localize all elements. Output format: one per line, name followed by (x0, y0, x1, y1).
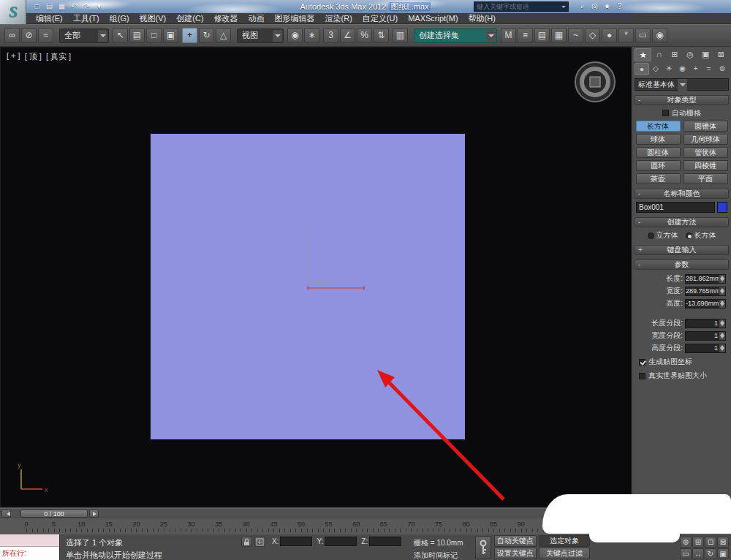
tab-motion[interactable]: ◎ (683, 48, 698, 61)
track-bar[interactable]: 0510152025303540455055606570758085909510… (0, 518, 632, 534)
search-icon[interactable]: ⌕ (577, 1, 588, 12)
spinner-arrows-icon[interactable] (719, 319, 725, 328)
viewcube[interactable] (574, 61, 616, 103)
menu-item-3[interactable]: 视图(V) (135, 13, 172, 24)
time-slider[interactable]: 0 / 100 (0, 508, 632, 518)
key-filters-button[interactable]: 关键点过滤器... (539, 548, 590, 559)
object-type-button-2[interactable]: 球体 (636, 134, 681, 145)
spinner-arrows-icon[interactable] (719, 332, 725, 340)
creation-method-cube-radio[interactable]: 立方体 (648, 230, 678, 241)
menu-item-11[interactable]: 帮助(H) (463, 13, 501, 24)
menu-item-9[interactable]: 自定义(U) (357, 13, 403, 24)
select-and-move-icon[interactable]: + (182, 28, 197, 43)
tab-display[interactable]: ▣ (698, 48, 713, 61)
unlink-selection-icon[interactable]: ⊘ (21, 28, 37, 43)
param-field-2[interactable]: -13.698mm (685, 299, 726, 309)
graphite-ribbon-icon[interactable]: ▦ (551, 28, 567, 43)
set-keys-button[interactable] (475, 536, 491, 559)
select-by-name-icon[interactable]: ▤ (129, 28, 145, 43)
set-key-mode-button[interactable]: 设置关键点 (494, 548, 537, 559)
category-cameras[interactable]: ◉ (675, 63, 689, 75)
search-dropdown-arrow-icon[interactable] (559, 2, 568, 12)
reference-coordinate-system-dropdown[interactable]: 视图 (237, 29, 284, 43)
tab-hierarchy[interactable]: ⊞ (667, 48, 682, 61)
menu-item-5[interactable]: 修改器 (209, 13, 243, 24)
select-object-icon[interactable]: ↖ (113, 28, 128, 43)
percent-snap-icon[interactable]: % (357, 28, 372, 43)
spinner-arrows-icon[interactable] (719, 287, 725, 295)
category-geometry[interactable]: ● (635, 63, 649, 75)
param-field-5[interactable]: 1 (685, 344, 726, 353)
project-folder-icon[interactable]: ▾ (94, 1, 105, 12)
zoom-region-icon[interactable]: ▭ (680, 548, 692, 559)
menu-item-10[interactable]: MAXScript(M) (403, 13, 463, 24)
object-name-input[interactable] (636, 202, 715, 213)
angle-snap-icon[interactable]: ∠ (340, 28, 355, 43)
menu-item-7[interactable]: 图形编辑器 (270, 13, 320, 24)
use-pivot-center-icon[interactable]: ◉ (287, 28, 303, 43)
orbit-icon[interactable]: ↻ (705, 548, 716, 559)
curve-editor-icon[interactable]: ~ (568, 28, 583, 43)
spinner-arrows-icon[interactable] (719, 300, 725, 308)
selection-lock-icon[interactable] (241, 537, 252, 547)
select-and-scale-icon[interactable]: △ (216, 28, 231, 43)
menu-item-0[interactable]: 编辑(E) (31, 13, 68, 24)
select-and-link-icon[interactable]: ∞ (4, 28, 20, 43)
param-field-3[interactable]: 1 (685, 319, 726, 328)
object-type-button-8[interactable]: 茶壶 (636, 173, 681, 184)
viewport-general-menu[interactable]: [ + ] (7, 51, 20, 62)
spinner-snap-icon[interactable]: ⇅ (374, 28, 389, 43)
snap-toggle-3d-icon[interactable]: 3 (323, 28, 338, 43)
param-field-0[interactable]: 281.862mm (685, 274, 726, 284)
rollout-creation-method[interactable]: - 创建方法 (635, 217, 729, 227)
viewport-top[interactable]: [ + ] [ 顶 ] [ 真实 ] y x x y (0, 47, 632, 507)
object-type-button-4[interactable]: 圆柱体 (636, 147, 681, 158)
favorites-icon[interactable]: ★ (602, 1, 613, 12)
zoom-extents-icon[interactable]: ⊡ (705, 537, 716, 548)
rollout-keyboard-entry[interactable]: + 键盘输入 (635, 245, 729, 255)
material-editor-icon[interactable]: ● (602, 28, 617, 43)
zoom-extents-all-icon[interactable]: ⊠ (717, 537, 729, 548)
add-time-tag[interactable]: 添加时间标记 (414, 550, 458, 560)
category-space-warps[interactable]: ≈ (702, 63, 716, 75)
macro-recorder-pane[interactable] (0, 534, 59, 547)
x-coordinate-field[interactable] (280, 537, 312, 546)
maximize-viewport-toggle-icon[interactable]: ▣ (717, 548, 729, 559)
render-setup-icon[interactable]: * (618, 28, 634, 43)
rollout-name-color[interactable]: - 名称和颜色 (635, 189, 729, 199)
selection-filter-dropdown[interactable]: 全部 (59, 29, 109, 43)
mirror-icon[interactable]: M (501, 28, 516, 43)
spinner-arrows-icon[interactable] (719, 275, 725, 283)
dropdown-arrow-icon[interactable] (678, 79, 687, 91)
dropdown-arrow-icon[interactable] (486, 30, 496, 42)
viewport-shading-menu[interactable]: [ 真实 ] (46, 51, 71, 62)
communication-center-icon[interactable]: ◎ (589, 1, 600, 12)
search-input[interactable] (474, 3, 559, 10)
select-and-rotate-icon[interactable]: ↻ (199, 28, 214, 43)
selected-objects-dropdown[interactable]: 选定对象 (539, 535, 590, 547)
zoom-icon[interactable]: ⊕ (680, 537, 692, 548)
schematic-view-icon[interactable]: ◇ (585, 28, 600, 43)
dropdown-arrow-icon[interactable] (273, 30, 282, 42)
undo-icon[interactable]: ↶ (69, 1, 80, 12)
spinner-arrows-icon[interactable] (719, 344, 725, 352)
menu-item-6[interactable]: 动画 (243, 13, 270, 24)
bind-to-space-warp-icon[interactable]: ≈ (38, 28, 53, 43)
edit-named-selection-sets-icon[interactable]: ▥ (393, 28, 408, 43)
align-icon[interactable]: ≡ (518, 28, 533, 43)
param-field-1[interactable]: 289.765mm (685, 287, 726, 296)
rollout-object-type[interactable]: - 对象类型 (635, 95, 729, 105)
next-frame-button[interactable] (89, 510, 99, 518)
category-lights[interactable]: ☀ (662, 63, 675, 75)
param-field-4[interactable]: 1 (685, 331, 726, 341)
auto-key-button[interactable]: 自动关键点 (494, 535, 537, 547)
menu-item-1[interactable]: 工具(T) (68, 13, 105, 24)
help-icon[interactable]: ? (614, 1, 625, 12)
object-type-button-1[interactable]: 圆锥体 (683, 121, 728, 132)
scripting-pane[interactable]: 所在行: (0, 547, 59, 560)
redo-icon[interactable]: ↷ (81, 1, 92, 12)
object-type-button-0[interactable]: 长方体 (636, 121, 681, 132)
rendered-frame-window-icon[interactable]: ▭ (635, 28, 651, 43)
param-checkbox-1[interactable] (639, 373, 645, 379)
category-systems[interactable]: ⊚ (716, 63, 729, 75)
